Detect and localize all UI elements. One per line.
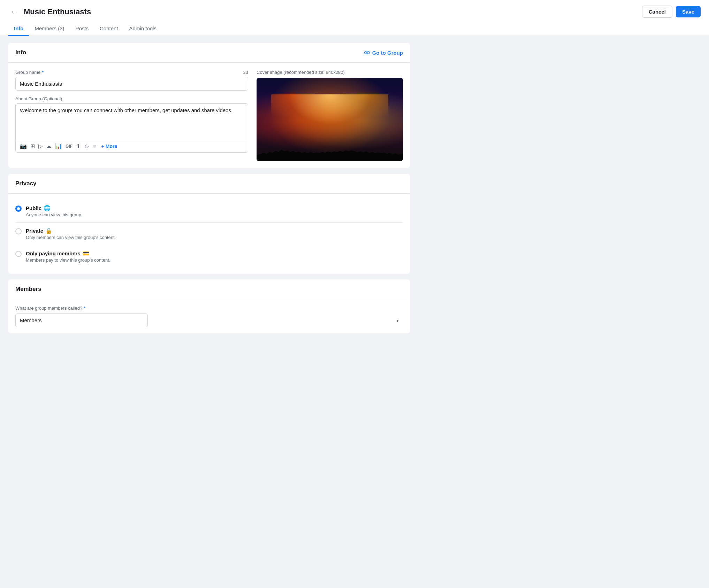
tab-posts[interactable]: Posts — [70, 22, 94, 36]
members-card-header: Members — [8, 279, 410, 299]
info-card-title: Info — [15, 49, 26, 56]
form-left: Group name * 33 About Group (Optional) W… — [15, 70, 248, 161]
form-row: Group name * 33 About Group (Optional) W… — [15, 70, 403, 161]
photo-icon[interactable]: 📷 — [20, 143, 27, 149]
radio-paying[interactable] — [15, 251, 22, 257]
cover-image[interactable] — [257, 78, 403, 161]
album-icon[interactable]: ⊞ — [30, 143, 35, 149]
paying-desc: Members pay to view this group's content… — [26, 257, 403, 263]
about-group-textarea-wrap: Welcome to the group! You can connect wi… — [15, 103, 248, 153]
privacy-option-private[interactable]: Private 🔒 Only members can view this gro… — [15, 223, 403, 245]
members-card: Members What are group members called? *… — [8, 279, 410, 333]
group-name-input[interactable] — [15, 77, 248, 91]
privacy-info-public: Public 🌐 Anyone can view this group. — [26, 205, 403, 217]
radio-public[interactable] — [15, 206, 22, 212]
privacy-section: Public 🌐 Anyone can view this group. Pri… — [8, 194, 410, 274]
private-label: Private — [26, 228, 43, 234]
lock-icon: 🔒 — [45, 227, 52, 234]
about-group-label-text: About Group (Optional) — [15, 96, 62, 101]
members-card-title: Members — [15, 286, 41, 293]
group-name-required: * — [42, 70, 44, 75]
privacy-name-private: Private 🔒 — [26, 227, 403, 234]
save-button[interactable]: Save — [676, 6, 701, 17]
back-button[interactable]: ← — [8, 6, 20, 17]
svg-point-1 — [366, 52, 368, 54]
radio-dot-public — [17, 207, 20, 210]
title-left: ← Music Enthusiasts — [8, 6, 91, 17]
more-button[interactable]: + More — [101, 144, 117, 149]
tabs-nav: Info Members (3) Posts Content Admin too… — [8, 22, 701, 36]
privacy-card-header: Privacy — [8, 174, 410, 194]
editor-toolbar: 📷 ⊞ ▷ ☁ 📊 GIF ⬆ ☺ ≡ + More — [16, 140, 248, 152]
privacy-name-public: Public 🌐 — [26, 205, 403, 211]
emoji-icon[interactable]: ☺ — [84, 143, 90, 149]
text-format-icon[interactable]: ≡ — [93, 143, 96, 149]
privacy-name-paying: Only paying members 💳 — [26, 250, 403, 257]
go-to-group-link[interactable]: Go to Group — [364, 49, 403, 56]
members-field-label: What are group members called? * — [15, 305, 403, 311]
cloud-icon[interactable]: ☁ — [46, 143, 52, 149]
public-desc: Anyone can view this group. — [26, 212, 403, 217]
cancel-button[interactable]: Cancel — [642, 6, 672, 18]
gif-icon[interactable]: GIF — [66, 144, 73, 149]
char-count: 33 — [243, 70, 248, 75]
privacy-option-paying[interactable]: Only paying members 💳 Members pay to vie… — [15, 245, 403, 268]
svg-point-0 — [364, 51, 369, 54]
public-label: Public — [26, 205, 41, 211]
paying-label: Only paying members — [26, 250, 81, 256]
tab-info[interactable]: Info — [8, 22, 29, 36]
tab-content[interactable]: Content — [94, 22, 124, 36]
about-group-textarea[interactable]: Welcome to the group! You can connect wi… — [16, 104, 248, 139]
form-section: Group name * 33 About Group (Optional) W… — [8, 63, 410, 168]
payment-icon: 💳 — [83, 250, 90, 257]
about-group-label: About Group (Optional) — [15, 96, 248, 101]
radio-private[interactable] — [15, 228, 22, 234]
members-select[interactable]: Members Fans Students Subscribers Follow… — [15, 314, 148, 327]
go-to-group-label: Go to Group — [372, 50, 403, 56]
globe-icon: 🌐 — [44, 205, 51, 211]
upload-icon[interactable]: ⬆ — [76, 143, 81, 149]
info-card: Info Go to Group Group name * 33 — [8, 43, 410, 168]
members-field-label-text: What are group members called? — [15, 305, 82, 311]
group-name-label: Group name * 33 — [15, 70, 248, 75]
privacy-card-title: Privacy — [15, 180, 37, 187]
info-card-header: Info Go to Group — [8, 43, 410, 63]
header-actions: Cancel Save — [642, 6, 701, 18]
cover-image-label: Cover image (recommended size: 940x280) — [257, 70, 403, 75]
privacy-info-paying: Only paying members 💳 Members pay to vie… — [26, 250, 403, 263]
tab-members[interactable]: Members (3) — [29, 22, 70, 36]
privacy-card: Privacy Public 🌐 Anyone can view this gr… — [8, 174, 410, 274]
members-section: What are group members called? * Members… — [8, 299, 410, 333]
main-content: Info Go to Group Group name * 33 — [0, 36, 418, 346]
group-name-label-text: Group name — [15, 70, 40, 75]
private-desc: Only members can view this group's conte… — [26, 235, 403, 240]
title-row: ← Music Enthusiasts Cancel Save — [8, 6, 701, 18]
cover-image-bg — [257, 78, 403, 161]
privacy-option-public[interactable]: Public 🌐 Anyone can view this group. — [15, 200, 403, 223]
form-right: Cover image (recommended size: 940x280) — [257, 70, 403, 161]
crowd-silhouette — [257, 140, 403, 161]
video-icon[interactable]: ▷ — [38, 143, 43, 149]
eye-icon — [364, 49, 370, 56]
members-required: * — [84, 305, 85, 311]
stage-lights — [271, 94, 388, 136]
privacy-info-private: Private 🔒 Only members can view this gro… — [26, 227, 403, 240]
page-title: Music Enthusiasts — [24, 7, 91, 16]
select-chevron-down-icon: ▾ — [396, 318, 399, 323]
chart-icon[interactable]: 📊 — [55, 143, 62, 149]
members-select-wrap: Members Fans Students Subscribers Follow… — [15, 314, 403, 327]
tab-admin-tools[interactable]: Admin tools — [124, 22, 162, 36]
page-header: ← Music Enthusiasts Cancel Save Info Mem… — [0, 0, 709, 36]
